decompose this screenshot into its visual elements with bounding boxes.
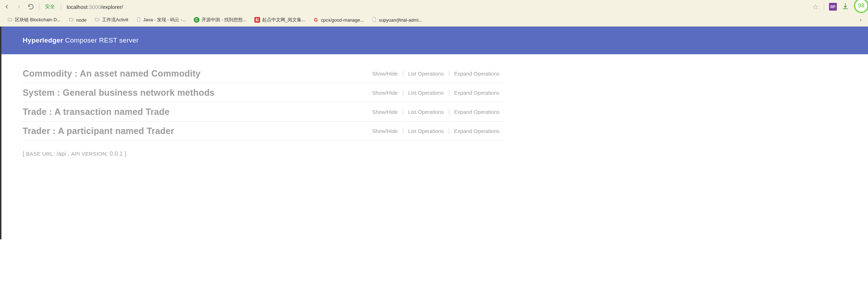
page-icon (372, 17, 377, 23)
api-desc: A transaction named Trade (55, 107, 170, 117)
show-hide-link[interactable]: Show/Hide (367, 128, 403, 134)
list-operations-link[interactable]: List Operations (403, 109, 449, 115)
brand-subtitle: Composer REST server (63, 37, 139, 44)
c-icon: C (194, 17, 199, 23)
api-section-title[interactable]: Trader : A participant named Trader (23, 126, 174, 136)
expand-operations-link[interactable]: Expand Operations (449, 109, 505, 115)
page-content: Hyperledger Composer REST server Commodi… (0, 27, 868, 239)
expand-operations-link[interactable]: Expand Operations (449, 128, 505, 134)
security-label: 安全 (44, 4, 56, 10)
rp-extension-icon[interactable]: RP (829, 3, 837, 11)
api-name: System (23, 88, 55, 98)
api-actions: Show/HideList OperationsExpand Operation… (367, 71, 505, 77)
list-operations-link[interactable]: List Operations (403, 128, 449, 134)
bookmark-item[interactable]: Gcpcx/good-manage... (310, 16, 367, 24)
api-actions: Show/HideList OperationsExpand Operation… (367, 90, 505, 96)
base-url-value: /api (57, 151, 66, 157)
header-banner: Hyperledger Composer REST server (1, 27, 868, 54)
api-name: Trader (23, 126, 50, 136)
folder-icon (68, 17, 74, 23)
refresh-button[interactable] (27, 3, 35, 11)
url-bar[interactable]: localhost:3000/explorer/ (65, 4, 808, 10)
bookmark-item[interactable]: supyuan/jfinal-admi... (369, 15, 425, 25)
divider (824, 3, 824, 10)
folder-icon (7, 17, 13, 23)
browser-chrome: 安全 localhost:3000/explorer/ ☆ RP 98 区块链 … (0, 0, 868, 27)
api-name: Commodity (23, 68, 72, 78)
brand-name: Hyperledger (23, 37, 63, 44)
bookmark-item[interactable]: 起起点中文网_阅文集... (252, 15, 308, 24)
bookmark-label: 起点中文网_阅文集... (262, 17, 305, 23)
url-path: /explorer/ (101, 4, 123, 10)
base-url-label: BASE URL (26, 151, 53, 157)
download-icon[interactable] (842, 2, 849, 11)
bookmark-item[interactable]: 区块链 Blockchain D... (4, 15, 63, 24)
folder-icon (94, 17, 100, 23)
list-operations-link[interactable]: List Operations (403, 90, 449, 96)
bookmarks-bar: 区块链 Blockchain D...node工作流ActivitJava - … (0, 13, 868, 26)
percentage-badge[interactable]: 98 (854, 0, 868, 13)
g-icon: G (313, 17, 319, 23)
bookmark-label: Java - 发现 - 码云 -... (143, 17, 186, 23)
list-operations-link[interactable]: List Operations (403, 71, 449, 77)
api-desc: General business network methods (63, 88, 215, 98)
api-section: Trader : A participant named TraderShow/… (23, 122, 505, 141)
api-version-value: 0.0.1 (110, 151, 123, 157)
url-host: localhost (67, 4, 88, 10)
toolbar-right: ☆ RP 98 (812, 0, 865, 13)
bookmark-label: 区块链 Blockchain D... (15, 17, 61, 23)
api-version-label: API VERSION (71, 151, 106, 157)
expand-operations-link[interactable]: Expand Operations (449, 90, 505, 96)
bookmark-item[interactable]: Java - 发现 - 码云 -... (133, 15, 189, 25)
api-footer-info: [ BASE URL: /api , API VERSION: 0.0.1 ] (23, 151, 505, 157)
api-section-title[interactable]: Commodity : An asset named Commodity (23, 68, 201, 79)
api-listing: Commodity : An asset named CommodityShow… (1, 54, 526, 171)
api-section: System : General business network method… (23, 83, 505, 102)
show-hide-link[interactable]: Show/Hide (367, 71, 403, 77)
divider (39, 3, 39, 10)
show-hide-link[interactable]: Show/Hide (367, 90, 403, 96)
bookmark-item[interactable]: C开源中国 - 找到您想... (191, 15, 249, 24)
api-name: Trade (23, 107, 47, 117)
bookmark-label: 工作流Activit (102, 17, 128, 23)
show-hide-link[interactable]: Show/Hide (367, 109, 403, 115)
api-section: Trade : A transaction named TradeShow/Hi… (23, 102, 505, 122)
bookmark-label: node (76, 17, 86, 23)
page-icon (136, 17, 141, 23)
bookmarks-overflow-button[interactable]: › (858, 17, 864, 23)
back-button[interactable] (3, 3, 11, 11)
browser-toolbar: 安全 localhost:3000/explorer/ ☆ RP 98 (0, 0, 868, 13)
api-actions: Show/HideList OperationsExpand Operation… (367, 128, 505, 134)
divider (61, 3, 61, 10)
qi-icon: 起 (254, 17, 260, 23)
forward-button[interactable] (15, 3, 23, 11)
bookmark-label: 开源中国 - 找到您想... (202, 17, 246, 23)
api-section-title[interactable]: Trade : A transaction named Trade (23, 107, 170, 117)
api-section: Commodity : An asset named CommodityShow… (23, 68, 505, 83)
url-port: :3000 (88, 4, 101, 10)
bookmark-item[interactable]: 工作流Activit (91, 15, 131, 24)
bookmark-item[interactable]: node (66, 16, 89, 24)
bookmark-label: cpcx/good-manage... (321, 17, 364, 23)
bookmark-star-icon[interactable]: ☆ (812, 2, 819, 11)
bookmark-label: supyuan/jfinal-admi... (379, 17, 422, 23)
api-desc: An asset named Commodity (80, 68, 201, 78)
api-section-title[interactable]: System : General business network method… (23, 88, 215, 98)
expand-operations-link[interactable]: Expand Operations (449, 71, 505, 77)
api-actions: Show/HideList OperationsExpand Operation… (367, 109, 505, 115)
api-desc: A participant named Trader (58, 126, 174, 136)
